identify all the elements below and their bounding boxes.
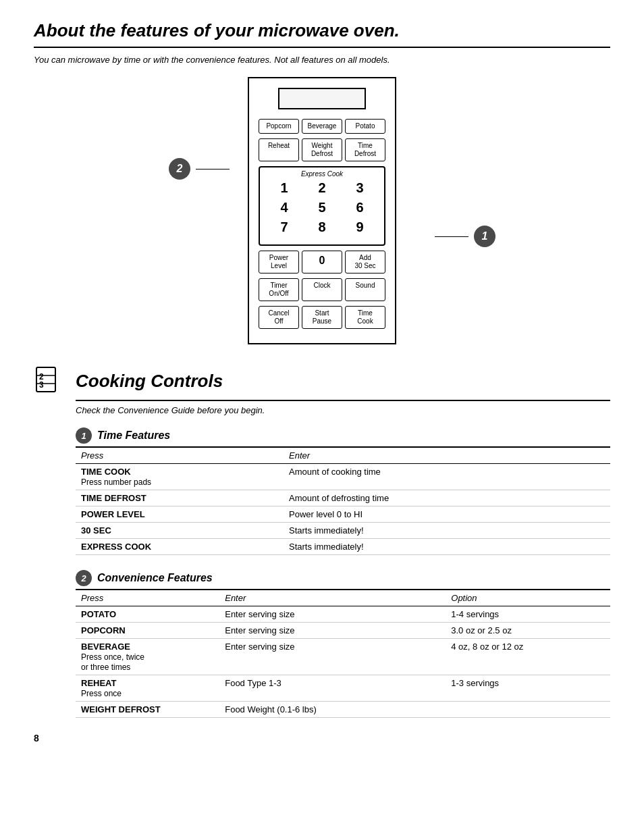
row-potato-enter: Enter serving size (219, 606, 446, 623)
button-row-timer: TimerOn/Off Clock Sound (259, 278, 385, 301)
weight-defrost-button[interactable]: WeightDefrost (302, 138, 342, 161)
row-potato-option: 1-4 servings (446, 606, 610, 623)
button-row-power: PowerLevel 0 Add30 Sec (259, 251, 385, 273)
time-features-section: 1 Time Features Press Enter TIME COOKPre… (76, 427, 610, 555)
potato-button[interactable]: Potato (345, 119, 385, 134)
title-divider (34, 47, 610, 48)
num-1-button[interactable]: 1 (274, 180, 294, 196)
sound-button[interactable]: Sound (345, 278, 385, 301)
row-30sec-enter: Starts immediately! (284, 523, 610, 539)
num-6-button[interactable]: 6 (350, 200, 370, 215)
page-title: About the features of your microwave ove… (34, 20, 610, 41)
num-4-button[interactable]: 4 (274, 200, 294, 215)
num-5-button[interactable]: 5 (312, 200, 332, 215)
row-weightdefrost-enter: Food Weight (0.1-6 lbs) (219, 702, 446, 718)
time-features-number: 1 (76, 427, 92, 444)
table-row: POPCORN Enter serving size 3.0 oz or 2.5… (76, 623, 610, 639)
clock-button[interactable]: Clock (302, 278, 342, 301)
row-popcorn-option: 3.0 oz or 2.5 oz (446, 623, 610, 639)
microwave-area: 2 Popcorn Beverage Potato Reheat WeightD… (34, 77, 610, 344)
time-features-table: Press Enter TIME COOKPress number pads A… (76, 446, 610, 555)
cooking-controls-subtitle: Check the Convenience Guide before you b… (76, 405, 610, 415)
time-features-header: 1 Time Features (76, 427, 610, 444)
table-row: 30 SEC Starts immediately! (76, 523, 610, 539)
num-3-button[interactable]: 3 (350, 180, 370, 196)
row-timedefrost-enter: Amount of defrosting time (284, 490, 610, 506)
time-col-press: Press (76, 447, 284, 464)
timer-onoff-button[interactable]: TimerOn/Off (259, 278, 299, 301)
button-row-2: Reheat WeightDefrost TimeDefrost (259, 138, 385, 161)
callout-2-line (196, 169, 230, 170)
callout-1-container: 1 (435, 226, 495, 247)
row-reheat-option: 1-3 servings (446, 675, 610, 702)
time-defrost-button[interactable]: TimeDefrost (345, 138, 385, 161)
page-number: 8 (34, 733, 610, 744)
time-features-title: Time Features (97, 429, 170, 442)
table-row: POTATO Enter serving size 1-4 servings (76, 606, 610, 623)
conv-col-option: Option (446, 590, 610, 606)
cooking-controls-icon: 2 3 (34, 365, 66, 397)
convenience-features-table: Press Enter Option POTATO Enter serving … (76, 589, 610, 718)
convenience-features-number: 2 (76, 570, 92, 586)
add-30sec-button[interactable]: Add30 Sec (345, 251, 385, 273)
row-beverage-option: 4 oz, 8 oz or 12 oz (446, 639, 610, 675)
row-expresscook-press: EXPRESS COOK (76, 539, 284, 555)
display-window (278, 88, 366, 109)
cancel-off-button[interactable]: CancelOff (259, 306, 299, 329)
callout-2-circle: 2 (169, 158, 190, 180)
table-row: EXPRESS COOK Starts immediately! (76, 539, 610, 555)
table-row: WEIGHT DEFROST Food Weight (0.1-6 lbs) (76, 702, 610, 718)
button-row-1: Popcorn Beverage Potato (259, 119, 385, 134)
row-reheat-enter: Food Type 1-3 (219, 675, 446, 702)
express-cook-section: Express Cook 1 2 3 4 5 6 7 8 9 (259, 166, 385, 246)
time-col-enter: Enter (284, 447, 610, 464)
row-timecook-press: TIME COOKPress number pads (76, 464, 284, 490)
express-cook-label: Express Cook (265, 170, 379, 178)
row-popcorn-enter: Enter serving size (219, 623, 446, 639)
convenience-features-header: 2 Convenience Features (76, 570, 610, 586)
cooking-controls-divider (76, 400, 610, 401)
button-row-cancel: CancelOff StartPause TimeCook (259, 306, 385, 329)
number-row-1: 1 2 3 (265, 180, 379, 196)
cooking-controls-title: Cooking Controls (76, 371, 223, 392)
row-beverage-enter: Enter serving size (219, 639, 446, 675)
svg-text:3: 3 (39, 380, 44, 390)
table-row: TIME DEFROST Amount of defrosting time (76, 490, 610, 506)
beverage-button[interactable]: Beverage (302, 119, 342, 134)
row-expresscook-enter: Starts immediately! (284, 539, 610, 555)
number-row-3: 7 8 9 (265, 219, 379, 235)
row-reheat-press: REHEATPress once (76, 675, 219, 702)
row-powerlevel-press: POWER LEVEL (76, 506, 284, 523)
popcorn-button[interactable]: Popcorn (259, 119, 299, 134)
cooking-controls-header: 2 3 Cooking Controls (34, 365, 610, 397)
row-weightdefrost-press: WEIGHT DEFROST (76, 702, 219, 718)
row-weightdefrost-option (446, 702, 610, 718)
row-powerlevel-enter: Power level 0 to HI (284, 506, 610, 523)
row-potato-press: POTATO (76, 606, 219, 623)
row-popcorn-press: POPCORN (76, 623, 219, 639)
start-pause-button[interactable]: StartPause (302, 306, 342, 329)
power-level-button[interactable]: PowerLevel (259, 251, 299, 273)
num-8-button[interactable]: 8 (312, 219, 332, 235)
num-9-button[interactable]: 9 (350, 219, 370, 235)
row-timecook-enter: Amount of cooking time (284, 464, 610, 490)
table-row: REHEATPress once Food Type 1-3 1-3 servi… (76, 675, 610, 702)
callout-1-line (435, 236, 468, 237)
time-cook-button[interactable]: TimeCook (345, 306, 385, 329)
microwave-panel: Popcorn Beverage Potato Reheat WeightDef… (248, 77, 396, 344)
convenience-features-section: 2 Convenience Features Press Enter Optio… (76, 570, 610, 718)
table-row: BEVERAGEPress once, twiceor three times … (76, 639, 610, 675)
num-2-button[interactable]: 2 (312, 180, 332, 196)
callout-2-container: 2 (169, 158, 230, 180)
num-0-button[interactable]: 0 (302, 251, 342, 273)
convenience-features-title: Convenience Features (97, 572, 213, 584)
callout-1-circle: 1 (474, 226, 495, 247)
conv-col-press: Press (76, 590, 219, 606)
page-subtitle: You can microwave by time or with the co… (34, 55, 610, 65)
table-row: TIME COOKPress number pads Amount of coo… (76, 464, 610, 490)
table-row: POWER LEVEL Power level 0 to HI (76, 506, 610, 523)
number-row-2: 4 5 6 (265, 200, 379, 215)
reheat-button[interactable]: Reheat (259, 138, 299, 161)
row-30sec-press: 30 SEC (76, 523, 284, 539)
num-7-button[interactable]: 7 (274, 219, 294, 235)
